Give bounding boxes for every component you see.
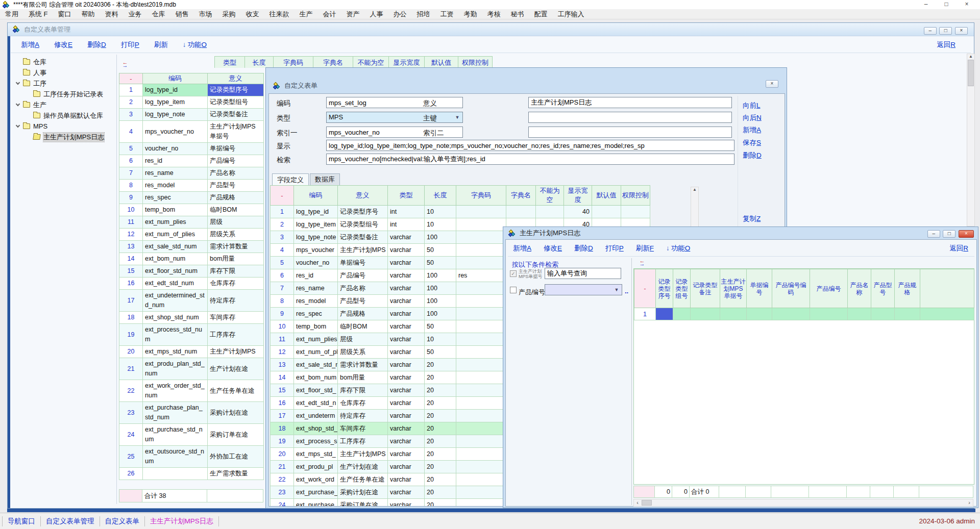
- table-row[interactable]: 14ext_bom_numbom用量: [119, 253, 264, 265]
- table-cell[interactable]: 23: [119, 402, 143, 424]
- menu-item[interactable]: 系统 F: [23, 9, 53, 19]
- table-cell[interactable]: 100: [425, 282, 456, 295]
- table-cell[interactable]: 层级: [208, 216, 264, 229]
- table-cell[interactable]: 50: [425, 320, 456, 333]
- table-cell[interactable]: 待定库存: [338, 410, 388, 422]
- table-cell[interactable]: 20: [425, 384, 456, 397]
- table-cell[interactable]: 24: [119, 424, 143, 446]
- table-cell[interactable]: [673, 308, 691, 320]
- tree-item[interactable]: 工序任务开始记录表: [12, 89, 114, 99]
- table-cell[interactable]: [456, 218, 506, 231]
- table-cell[interactable]: 26: [119, 468, 143, 480]
- voucher-search-input[interactable]: [545, 268, 621, 279]
- menu-item[interactable]: 窗口: [53, 9, 77, 19]
- table-row[interactable]: 4mps_voucher_no主生产计划MPS单据号: [119, 121, 264, 143]
- table-cell[interactable]: varchar: [388, 282, 425, 295]
- column-header[interactable]: 编码: [143, 73, 208, 84]
- table-cell[interactable]: varchar: [388, 320, 425, 333]
- table-row[interactable]: 1log_type_id记录类型序号int1040: [271, 206, 650, 218]
- close-icon[interactable]: ×: [766, 80, 778, 88]
- table-cell[interactable]: 20: [425, 371, 456, 384]
- toolbar-button[interactable]: 刷新: [154, 40, 168, 49]
- table-cell[interactable]: ext_num_of_pl: [294, 346, 338, 359]
- table-cell[interactable]: 1: [634, 308, 656, 320]
- swap-columns-icon[interactable]: ←→: [638, 259, 647, 266]
- scroll-left-icon[interactable]: ‹: [634, 499, 641, 506]
- table-cell[interactable]: varchar: [388, 422, 425, 435]
- vertical-scrollbar[interactable]: ▲: [967, 54, 975, 226]
- table-cell[interactable]: 生产需求数量: [208, 468, 264, 480]
- table-cell[interactable]: 100: [425, 295, 456, 308]
- table-cell[interactable]: 18: [271, 422, 294, 435]
- table-cell[interactable]: bom用量: [338, 371, 388, 384]
- table-cell[interactable]: ext_bom_num: [143, 253, 208, 265]
- column-header[interactable]: 产品名称: [848, 269, 871, 308]
- table-cell[interactable]: ext_produ_plan_std_num: [143, 358, 208, 380]
- table-row[interactable]: 7res_name产品名称: [119, 167, 264, 180]
- table-cell[interactable]: [143, 468, 208, 480]
- column-header[interactable]: 默认值: [425, 56, 458, 68]
- table-cell[interactable]: ext_work_order_std_num: [143, 380, 208, 402]
- table-cell[interactable]: log_type_id: [294, 206, 338, 218]
- taskbar-item[interactable]: 自定义表单: [100, 516, 145, 526]
- table-cell[interactable]: ext_purchase_: [294, 486, 338, 499]
- table-cell[interactable]: 主生产计划MPS: [338, 244, 388, 257]
- table-cell[interactable]: [456, 320, 506, 333]
- menu-item[interactable]: 工资: [435, 9, 459, 19]
- table-cell[interactable]: ext_num_plies: [143, 216, 208, 229]
- table-cell[interactable]: 12: [271, 346, 294, 359]
- toolbar-button[interactable]: 删除D: [87, 40, 106, 49]
- row-number-header[interactable]: -: [119, 73, 143, 84]
- tree-item[interactable]: 生产: [12, 99, 114, 110]
- table-cell[interactable]: 13: [119, 241, 143, 253]
- table-row[interactable]: 26生产需求数量: [119, 468, 264, 480]
- maximize-icon[interactable]: □: [939, 27, 952, 35]
- toolbar-button[interactable]: 删除D: [574, 244, 593, 253]
- table-cell[interactable]: 14: [271, 371, 294, 384]
- table-cell[interactable]: 2: [119, 96, 143, 109]
- return-button[interactable]: 返回R: [949, 244, 968, 253]
- table-row[interactable]: 17ext_undetermined_std_num待定库存: [119, 290, 264, 312]
- table-cell[interactable]: [456, 461, 506, 473]
- minimize-icon[interactable]: –: [916, 0, 936, 9]
- table-cell[interactable]: [456, 473, 506, 486]
- table-cell[interactable]: 50: [425, 257, 456, 269]
- table-cell[interactable]: ext_produ_pl: [294, 461, 338, 473]
- table-cell[interactable]: int: [388, 206, 425, 218]
- table-cell[interactable]: 采购计划在途: [208, 402, 264, 424]
- column-header[interactable]: 权限控制: [621, 186, 650, 206]
- table-cell[interactable]: log_type_item: [143, 96, 208, 109]
- table-row[interactable]: 1log_type_id记录类型序号: [119, 84, 264, 96]
- table-cell[interactable]: ext_edt_std_num: [143, 278, 208, 290]
- table-cell[interactable]: [456, 486, 506, 499]
- table-cell[interactable]: 4: [119, 121, 143, 143]
- table-row[interactable]: 1: [634, 308, 974, 320]
- table-cell[interactable]: 采购计划在途: [338, 486, 388, 499]
- table-cell[interactable]: [506, 206, 536, 218]
- menu-item[interactable]: 招培: [412, 9, 435, 19]
- table-cell[interactable]: 2: [271, 218, 294, 231]
- table-cell[interactable]: 20: [425, 473, 456, 486]
- tree-item[interactable]: 仓库: [12, 57, 114, 67]
- table-row[interactable]: 22ext_work_order_std_num生产任务单在途: [119, 380, 264, 402]
- table-cell[interactable]: 5: [119, 143, 143, 155]
- taskbar-item[interactable]: 自定义表单管理: [41, 516, 100, 526]
- table-row[interactable]: 21ext_produ_plan_std_num生产计划在途: [119, 358, 264, 380]
- mps-window-title-bar[interactable]: 主生产计划MPS日志: [503, 227, 978, 239]
- column-header[interactable]: 字典码: [274, 56, 313, 68]
- table-cell[interactable]: varchar: [388, 461, 425, 473]
- table-cell[interactable]: 库存下限: [338, 384, 388, 397]
- table-cell[interactable]: voucher_no: [294, 257, 338, 269]
- table-cell[interactable]: varchar: [388, 359, 425, 371]
- table-cell[interactable]: 10: [425, 206, 456, 218]
- menu-item[interactable]: 资料: [100, 9, 124, 19]
- column-header[interactable]: 主生产计划MPS单据号: [720, 269, 747, 308]
- table-cell[interactable]: 主生产计划MPS: [208, 346, 264, 358]
- table-cell[interactable]: 记录类型序号: [338, 206, 388, 218]
- table-cell[interactable]: ext_purchase_: [294, 499, 338, 507]
- table-row[interactable]: 13ext_sale_std_num需求计算数量: [119, 241, 264, 253]
- table-cell[interactable]: ext_floor_std_num: [143, 265, 208, 278]
- table-cell[interactable]: 21: [271, 461, 294, 473]
- table-cell[interactable]: 10: [271, 320, 294, 333]
- row-number-header[interactable]: -: [271, 186, 294, 206]
